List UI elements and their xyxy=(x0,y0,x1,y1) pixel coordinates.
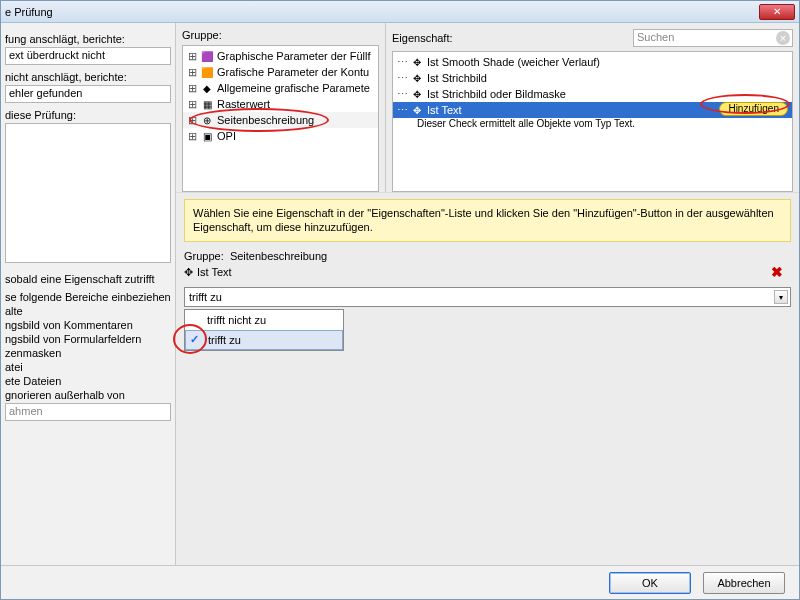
move-icon: ✥ xyxy=(411,72,423,84)
left-item[interactable]: alte xyxy=(5,305,171,317)
dropdown-option-selected[interactable]: ✓ trifft zu xyxy=(185,330,343,350)
clear-search-icon[interactable]: × xyxy=(776,31,790,45)
group-item-selected[interactable]: ⊞⊕Seitenbeschreibung xyxy=(183,112,378,128)
group-title: Gruppe: xyxy=(182,29,222,41)
label-nohit-report: nicht anschlägt, berichte: xyxy=(5,71,171,83)
hint-box: Wählen Sie eine Eigenschaft in der "Eige… xyxy=(184,199,791,242)
label-this-check: diese Prüfung: xyxy=(5,109,171,121)
button-bar: OK Abbrechen xyxy=(1,565,799,599)
add-property-button[interactable]: Hinzufügen xyxy=(719,102,788,116)
close-button[interactable]: ✕ xyxy=(759,4,795,20)
property-description: Dieser Check ermittelt alle Objekte vom … xyxy=(393,118,792,129)
page-icon: ⊕ xyxy=(201,114,213,126)
property-item[interactable]: ⋯✥Ist Strichbild oder Bildmaske xyxy=(393,86,792,102)
expand-icon[interactable]: ⋯ xyxy=(397,56,407,69)
window-title: e Prüfung xyxy=(5,6,759,18)
property-item[interactable]: ⋯✥Ist Smooth Shade (weicher Verlauf) xyxy=(393,54,792,70)
expand-icon[interactable]: ⊞ xyxy=(187,82,197,95)
selected-group-line: Gruppe: Seitenbeschreibung xyxy=(184,250,791,262)
move-icon: ✥ xyxy=(411,88,423,100)
left-item[interactable]: gnorieren außerhalb von xyxy=(5,389,171,401)
left-item[interactable]: ete Dateien xyxy=(5,375,171,387)
condition-combobox[interactable]: trifft zu ▾ xyxy=(184,287,791,307)
search-placeholder: Suchen xyxy=(637,31,674,43)
dropdown-option[interactable]: trifft nicht zu xyxy=(185,310,343,330)
expand-icon[interactable]: ⊞ xyxy=(187,66,197,79)
color-icon: ◆ xyxy=(201,82,213,94)
label-include: se folgende Bereiche einbeziehen: xyxy=(5,291,171,303)
move-icon: ✥ xyxy=(411,56,423,68)
search-input[interactable]: Suchen × xyxy=(633,29,793,47)
left-item[interactable]: zenmasken xyxy=(5,347,171,359)
group-panel: Gruppe: ⊞🟪Graphische Parameter der Füllf… xyxy=(176,23,386,192)
expand-icon[interactable]: ⊞ xyxy=(187,98,197,111)
dialog-window: e Prüfung ✕ fung anschlägt, berichte: ex… xyxy=(0,0,800,600)
textarea-this-check[interactable] xyxy=(5,123,171,263)
input-hit-report[interactable]: ext überdruckt nicht xyxy=(5,47,171,65)
dialog-body: fung anschlägt, berichte: ext überdruckt… xyxy=(1,23,799,565)
label-hit-report: fung anschlägt, berichte: xyxy=(5,33,171,45)
group-tree[interactable]: ⊞🟪Graphische Parameter der Füllf ⊞🟧Grafi… xyxy=(182,45,379,192)
group-item[interactable]: ⊞🟪Graphische Parameter der Füllf xyxy=(183,48,378,64)
left-item[interactable]: ngsbild von Kommentaren xyxy=(5,319,171,331)
group-item[interactable]: ⊞🟧Grafische Parameter der Kontu xyxy=(183,64,378,80)
expand-icon[interactable]: ⋯ xyxy=(397,88,407,101)
property-tree[interactable]: ⋯✥Ist Smooth Shade (weicher Verlauf) ⋯✥I… xyxy=(392,51,793,192)
combo-value: trifft zu xyxy=(189,291,222,303)
main-pane: Gruppe: ⊞🟪Graphische Parameter der Füllf… xyxy=(176,23,799,565)
label-trigger: sobald eine Eigenschaft zutrifft xyxy=(5,273,171,285)
left-pane: fung anschlägt, berichte: ext überdruckt… xyxy=(1,23,176,565)
selected-property: Ist Text xyxy=(197,266,232,278)
titlebar[interactable]: e Prüfung ✕ xyxy=(1,1,799,23)
raster-icon: ▦ xyxy=(201,98,213,110)
group-item[interactable]: ⊞▣OPI xyxy=(183,128,378,144)
condition-dropdown: trifft nicht zu ✓ trifft zu xyxy=(184,309,344,351)
check-icon: ✓ xyxy=(190,333,199,346)
top-row: Gruppe: ⊞🟪Graphische Parameter der Füllf… xyxy=(176,23,799,193)
chevron-down-icon[interactable]: ▾ xyxy=(774,290,788,304)
group-item[interactable]: ⊞◆Allgemeine grafische Paramete xyxy=(183,80,378,96)
input-frames[interactable]: ahmen xyxy=(5,403,171,421)
group-item[interactable]: ⊞▦Rasterwert xyxy=(183,96,378,112)
left-options: sobald eine Eigenschaft zutrifft se folg… xyxy=(5,269,171,421)
left-item[interactable]: ngsbild von Formularfeldern xyxy=(5,333,171,345)
expand-icon[interactable]: ⊞ xyxy=(187,114,197,127)
left-item[interactable]: atei xyxy=(5,361,171,373)
move-icon: ✥ xyxy=(184,266,193,279)
selected-group-value: Seitenbeschreibung xyxy=(230,250,327,262)
palette-icon: 🟪 xyxy=(201,50,213,62)
selected-group-label: Gruppe: xyxy=(184,250,224,262)
expand-icon[interactable]: ⊞ xyxy=(187,130,197,143)
cancel-button[interactable]: Abbrechen xyxy=(703,572,785,594)
expand-icon[interactable]: ⊞ xyxy=(187,50,197,63)
move-icon: ✥ xyxy=(411,104,423,116)
property-item[interactable]: ⋯✥Ist Strichbild xyxy=(393,70,792,86)
expand-icon[interactable]: ⋯ xyxy=(397,104,407,117)
opi-icon: ▣ xyxy=(201,130,213,142)
input-nohit-report[interactable]: ehler gefunden xyxy=(5,85,171,103)
property-title: Eigenschaft: xyxy=(392,32,627,44)
palette-icon: 🟧 xyxy=(201,66,213,78)
expand-icon[interactable]: ⋯ xyxy=(397,72,407,85)
ok-button[interactable]: OK xyxy=(609,572,691,594)
delete-property-icon[interactable]: ✖ xyxy=(769,264,785,280)
property-item-selected[interactable]: ⋯ ✥ Ist Text Hinzufügen xyxy=(393,102,792,118)
property-panel: Eigenschaft: Suchen × ⋯✥Ist Smooth Shade… xyxy=(386,23,799,192)
